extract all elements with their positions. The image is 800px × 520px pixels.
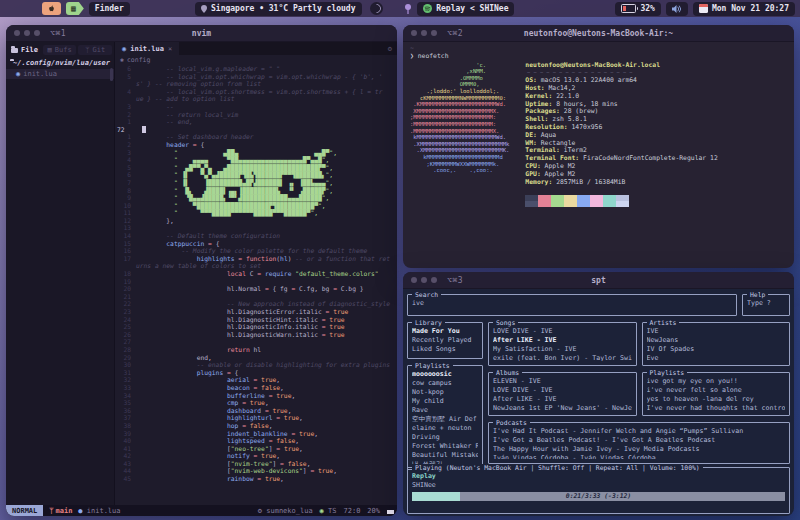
list-item[interactable]: IVE xyxy=(647,327,786,336)
search-panel[interactable]: Search ive xyxy=(407,294,737,316)
list-item[interactable]: 空中賣別墅 Air Def xyxy=(412,415,478,424)
search-input[interactable]: ive xyxy=(412,299,732,308)
minimize-button[interactable] xyxy=(421,277,427,283)
git-branch[interactable]: ᛘmain xyxy=(49,507,72,515)
tab-close-icon[interactable]: × xyxy=(168,45,172,53)
list-item[interactable]: exile (feat. Bon Iver) - Taylor Swift, xyxy=(493,354,632,361)
close-button[interactable] xyxy=(411,30,417,36)
terminal-content[interactable]: ~ ❯ neofetch 'c. ,xNMM. .OMMMMo OMMM0, .… xyxy=(403,42,794,210)
list-item[interactable]: NewJeans xyxy=(647,336,786,345)
apple-menu-button[interactable] xyxy=(42,2,61,15)
code-line: 11 " ▀▀▀█████▀▀▀▀▀▀█████▀▀▀██████▀", xyxy=(115,209,397,217)
terminal-window: ⌥⌘2 neutonfoo@Neutons-MacBook-Air:~ ~ ❯ … xyxy=(403,25,794,268)
list-item[interactable]: Rave xyxy=(412,406,478,415)
list-item[interactable]: After LIKE - IVE xyxy=(493,395,632,404)
playlists-panel-right[interactable]: Playlists ive got my eye on you!!i've ne… xyxy=(642,372,791,416)
window-shortcut: ⌥⌘1 xyxy=(50,29,66,38)
code-area[interactable]: 6 -- local_vim.g.mapleader = " "5 -- loc… xyxy=(115,64,397,505)
code-line: 4 " ▄▄▄▄ ▀██▄▄▄▄▄▄▄▄▄▄▄▄▄▄▄▄▄█▀▄▄█", xyxy=(115,156,397,164)
front-app-pill[interactable]: Finder xyxy=(89,2,130,16)
list-item[interactable]: Not-kpop xyxy=(412,388,478,397)
list-item[interactable]: The Happy Hour with Jamie Ivey - Ivey Me… xyxy=(493,445,785,454)
apple-ascii-logo: 'c. ,xNMM. .OMMMMo OMMM0, .;loddo:' lool… xyxy=(410,62,509,208)
statusline-file: ● init.lua xyxy=(78,507,120,515)
list-item[interactable]: Liked Songs xyxy=(412,345,478,354)
terminal-cursor xyxy=(387,510,394,514)
tree-tab-file[interactable]: File xyxy=(8,45,41,55)
nvim-titlebar[interactable]: ⌥⌘1 nvim xyxy=(6,25,397,42)
list-item[interactable]: i've never felt so alone xyxy=(647,386,786,395)
list-item[interactable]: Made For You xyxy=(412,327,478,336)
close-button[interactable] xyxy=(411,277,417,283)
albums-panel[interactable]: Albums ELEVEN - IVELOVE DIVE - IVEAfter … xyxy=(488,372,637,416)
now-playing-pill[interactable]: Replay < SHINee xyxy=(417,2,514,16)
artists-panel[interactable]: Artists IVENewJeansIV Of SpadesEve xyxy=(642,322,791,366)
list-item[interactable]: yes to heaven -lana del rey xyxy=(647,395,786,404)
zoom-button[interactable] xyxy=(431,30,437,36)
help-panel[interactable]: Help Type ? xyxy=(742,294,790,316)
close-button[interactable] xyxy=(14,30,20,36)
list-item[interactable]: LOVE DIVE - IVE xyxy=(493,386,632,395)
list-item[interactable]: ELEVEN - IVE xyxy=(493,377,632,386)
list-item[interactable]: I've Had It Podcast - Jennifer Welch and… xyxy=(493,427,785,436)
playing-panel[interactable]: Playing (Neuton's MacBook Air | Shuffle:… xyxy=(407,467,790,514)
list-item[interactable]: Driving xyxy=(412,433,478,442)
space-indicator[interactable]: ▦ xyxy=(66,2,84,15)
code-line: 43 ["nvim-tree"] = false, xyxy=(115,460,397,468)
songs-panel[interactable]: Songs LOVE DIVE - IVEAfter LIKE - IVEMy … xyxy=(488,322,637,366)
list-item[interactable]: I've never had thoughts that control me xyxy=(647,404,786,411)
terminal-titlebar[interactable]: ⌥⌘2 neutonfoo@Neutons-MacBook-Air:~ xyxy=(403,25,794,42)
list-item[interactable]: Eve xyxy=(647,354,786,361)
zoom-button[interactable] xyxy=(431,277,437,283)
tree-tab-git[interactable]: ᛘGit xyxy=(78,45,112,55)
battery-pill[interactable]: 32% xyxy=(615,2,660,16)
code-line: urns a new table of colors to set xyxy=(115,262,397,270)
tree-file-init-lua[interactable]: ◉init.lua xyxy=(6,69,114,79)
podcasts-panel[interactable]: Podcasts I've Had It Podcast - Jennifer … xyxy=(488,422,790,464)
logo-line: :MMMMMMMMMMMMMMMMMMMMMMMM: xyxy=(410,121,509,128)
focus-toggle-icon[interactable] xyxy=(370,2,383,15)
nvim-window: ⌥⌘1 nvim File ▤Bufs ᛘGit ~/.config/nvim/… xyxy=(6,25,397,516)
list-item[interactable]: ive got my eye on you!! xyxy=(647,377,786,386)
list-item[interactable]: Recently Played xyxy=(412,336,478,345)
list-item[interactable]: elaine + neuton xyxy=(412,424,478,433)
volume-pill[interactable] xyxy=(666,2,688,16)
list-item[interactable]: LOVE DIVE - IVE xyxy=(493,327,632,336)
weather-pill[interactable]: Singapore • 31°C Partly cloudy xyxy=(195,2,362,16)
playlists-panel-left[interactable]: Playlists moooooosiccow campusNot-kpopMy… xyxy=(407,365,483,470)
logo-line: OMMM0, xyxy=(410,81,509,88)
clock-pill[interactable]: Mon Nov 21 20:27 xyxy=(693,2,795,16)
clock-label: Mon Nov 21 20:27 xyxy=(712,4,789,13)
window-shortcut: ⌥⌘2 xyxy=(447,29,463,38)
code-line: 44 ["nvim-web-devicons"] = true, xyxy=(115,467,397,475)
logo-line: .cooc,. .,coo:. xyxy=(410,167,509,174)
scroll-percent: 20% xyxy=(367,507,380,515)
list-item[interactable]: IV Of Spades xyxy=(647,345,786,354)
tree-root-folder[interactable]: ~/.config/nvim/lua/user xyxy=(6,57,114,69)
zoom-button[interactable] xyxy=(34,30,40,36)
spt-titlebar[interactable]: ⌥⌘3 spt xyxy=(403,272,794,289)
list-item[interactable]: NewJeans 1st EP 'New Jeans' - NewJeans xyxy=(493,404,632,411)
minimize-button[interactable] xyxy=(24,30,30,36)
list-item[interactable]: Beautiful Mistakes xyxy=(412,451,478,460)
pin-icon[interactable] xyxy=(404,4,412,14)
code-line: 8 " █▖ ▟████▌▗▄▖▐█████████▙ ▝▘ ▗█████▛", xyxy=(115,187,397,195)
tree-scrollbar[interactable] xyxy=(110,68,113,81)
code-line: 3 " ▄██▄ ▄▄█▀", xyxy=(115,149,397,157)
list-item[interactable]: I've Got a Beatles Podcast! - I've Got A… xyxy=(493,436,785,445)
minimize-button[interactable] xyxy=(421,30,427,36)
buffer-tab-init-lua[interactable]: ◉ init.lua × xyxy=(115,42,179,55)
list-item[interactable]: cow campus xyxy=(412,379,478,388)
list-item[interactable]: After LIKE - IVE xyxy=(493,336,632,345)
settings-gear-icon[interactable]: ⚙ xyxy=(388,45,392,53)
list-item[interactable]: My Satisfaction - IVE xyxy=(493,345,632,354)
list-item[interactable]: Forest Whitaker Ra xyxy=(412,442,478,451)
tree-tab-bufs[interactable]: ▤Bufs xyxy=(43,45,77,55)
library-panel[interactable]: Library Made For YouRecently PlayedLiked… xyxy=(407,322,483,359)
terminal-color-palette xyxy=(525,195,717,207)
list-item[interactable]: moooooosic xyxy=(412,370,478,379)
progress-bar[interactable]: 0:21/3:33 (-3:12) xyxy=(412,492,785,501)
list-item[interactable]: My child xyxy=(412,397,478,406)
list-item[interactable]: Iván Vindas Córdoba - Iván Vindas Córdob… xyxy=(493,454,785,459)
logo-line: ;MMMMMMMMMMMMMMMMMMMMMMMM: xyxy=(410,114,509,121)
